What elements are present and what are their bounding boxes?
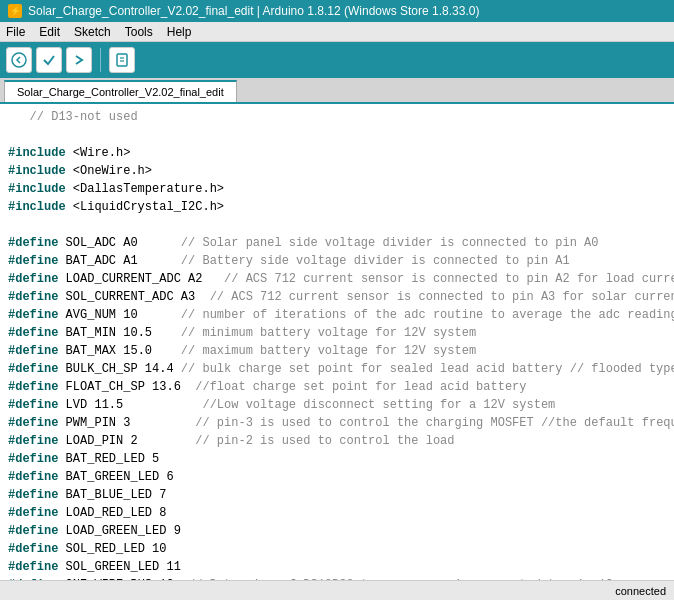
code-line: #define BAT_GREEN_LED 6 [8,468,666,486]
code-line: #include <Wire.h> [8,144,666,162]
code-editor[interactable]: // D13-not used #include <Wire.h> #inclu… [0,104,674,580]
connected-status: connected [615,585,666,597]
code-line: #define BAT_MAX 15.0 // maximum battery … [8,342,666,360]
new-button[interactable] [109,47,135,73]
code-line: #define BAT_MIN 10.5 // minimum battery … [8,324,666,342]
toolbar [0,42,674,78]
code-line: #define SOL_ADC A0 // Solar panel side v… [8,234,666,252]
code-line: #define LOAD_CURRENT_ADC A2 // ACS 712 c… [8,270,666,288]
app-icon: ⚡ [8,4,22,18]
menu-tools[interactable]: Tools [125,25,153,39]
toolbar-separator [100,48,101,72]
tab-main[interactable]: Solar_Charge_Controller_V2.02_final_edit [4,80,237,102]
code-line: #define PWM_PIN 3 // pin-3 is used to co… [8,414,666,432]
back-button[interactable] [6,47,32,73]
code-line: #define LOAD_RED_LED 8 [8,504,666,522]
code-line: #define BAT_BLUE_LED 7 [8,486,666,504]
menu-file[interactable]: File [6,25,25,39]
window-title: Solar_Charge_Controller_V2.02_final_edit… [28,4,479,18]
code-line: #include <LiquidCrystal_I2C.h> [8,198,666,216]
code-line: #define SOL_GREEN_LED 11 [8,558,666,576]
tab-bar: Solar_Charge_Controller_V2.02_final_edit [0,78,674,104]
svg-rect-1 [117,54,127,66]
title-bar: ⚡ Solar_Charge_Controller_V2.02_final_ed… [0,0,674,22]
menu-sketch[interactable]: Sketch [74,25,111,39]
code-line: #define SOL_CURRENT_ADC A3 // ACS 712 cu… [8,288,666,306]
menu-help[interactable]: Help [167,25,192,39]
svg-point-0 [12,53,26,67]
code-line: #define AVG_NUM 10 // number of iteratio… [8,306,666,324]
code-line: #define BAT_ADC A1 // Battery side volta… [8,252,666,270]
code-line: #define BAT_RED_LED 5 [8,450,666,468]
code-line [8,126,666,144]
code-line [8,216,666,234]
code-line: // D13-not used [8,108,666,126]
code-line: #define FLOAT_CH_SP 13.6 //float charge … [8,378,666,396]
status-bar: connected [0,580,674,600]
code-line: #define LVD 11.5 //Low voltage disconnec… [8,396,666,414]
code-line: #define LOAD_GREEN_LED 9 [8,522,666,540]
verify-button[interactable] [36,47,62,73]
code-line: #define LOAD_PIN 2 // pin-2 is used to c… [8,432,666,450]
menu-bar: File Edit Sketch Tools Help [0,22,674,42]
upload-button[interactable] [66,47,92,73]
menu-edit[interactable]: Edit [39,25,60,39]
code-line: #include <OneWire.h> [8,162,666,180]
code-line: #include <DallasTemperature.h> [8,180,666,198]
code-line: #define BULK_CH_SP 14.4 // bulk charge s… [8,360,666,378]
code-line: #define SOL_RED_LED 10 [8,540,666,558]
